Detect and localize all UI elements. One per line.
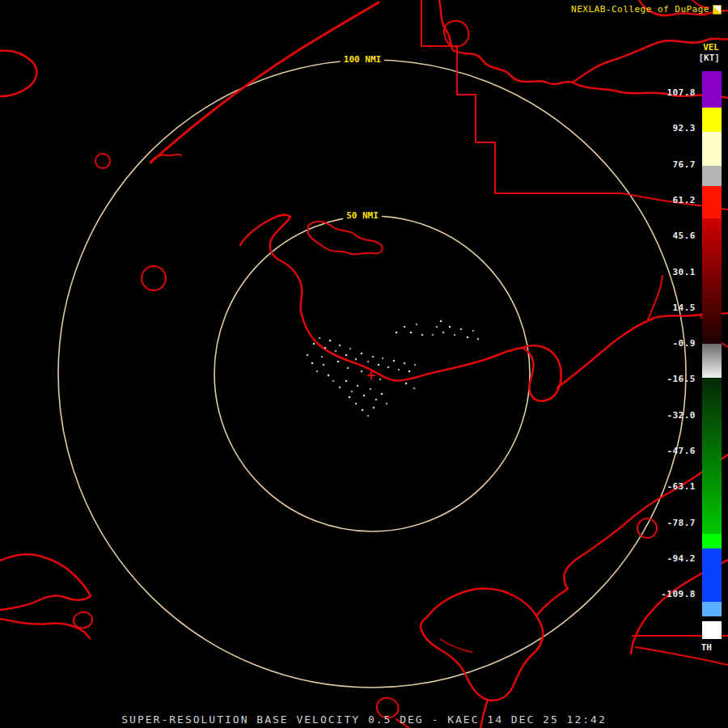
colorbar-tick-label: 76.7: [673, 159, 696, 170]
coastline-path: [421, 589, 543, 700]
cod-logo-icon: [713, 5, 722, 15]
velocity-echo-dot: [349, 396, 351, 399]
velocity-echo-dot: [367, 361, 370, 363]
coastline-path: [421, 0, 728, 210]
colorbar-unit-label: VEL: [703, 42, 719, 53]
colorbar-tick-label: 14.5: [673, 303, 696, 313]
velocity-echo-dot: [355, 358, 358, 361]
colorbar-segment: [702, 602, 722, 616]
colorbar-tick-label: -0.9: [673, 338, 696, 349]
radar-map: [0, 0, 728, 728]
coastline-path: [308, 222, 383, 255]
velocity-echo-dot: [339, 387, 341, 389]
colorbar-segment: [702, 132, 722, 166]
velocity-echo-dot: [404, 362, 406, 365]
velocity-echo-dot: [408, 370, 411, 373]
coastline-path: [648, 276, 662, 320]
range-ring-label: 100 NMI: [341, 54, 384, 65]
radar-display: NEXLAB-College of DuPage VEL [KT] 107.89…: [0, 0, 728, 728]
velocity-echo-dot: [387, 366, 390, 369]
velocity-echo-dot: [328, 375, 330, 377]
velocity-echo-dot: [347, 367, 349, 370]
colorbar-segment: [702, 344, 722, 378]
velocity-echo-dot: [454, 334, 456, 336]
colorbar-segment: [702, 108, 722, 132]
velocity-echo-dot: [345, 354, 348, 357]
velocity-echo-dot: [329, 340, 332, 342]
velocity-echo-dot: [345, 380, 348, 383]
velocity-echo-dot: [414, 364, 417, 366]
colorbar-tick-label: 61.2: [673, 195, 696, 205]
velocity-echo-dot: [413, 387, 416, 390]
velocity-echo-dot: [396, 332, 398, 334]
velocity-echo-dot: [339, 345, 341, 347]
velocity-echo-dot: [361, 370, 363, 373]
velocity-echo-dot: [311, 362, 314, 365]
range-ring-label: 50 NMI: [343, 210, 382, 221]
colorbar-tick-label: 92.3: [673, 123, 696, 133]
velocity-echo-dot: [324, 347, 327, 349]
velocity-echo-dot: [373, 407, 375, 409]
colorbar-segment: [702, 186, 722, 218]
velocity-echo-dot: [386, 403, 388, 405]
map-circle: [95, 154, 110, 168]
velocity-echo-dot: [357, 385, 359, 387]
velocity-echo-dot: [351, 391, 353, 393]
header-title: NEXLAB-College of DuPage: [571, 4, 722, 15]
velocity-echo-dot: [449, 326, 451, 328]
colorbar-tick-label: -109.8: [661, 589, 696, 599]
velocity-echo-dot: [379, 379, 382, 381]
velocity-echo-dot: [323, 364, 325, 366]
velocity-echo-dot: [321, 356, 324, 358]
velocity-echo-dot: [440, 320, 442, 323]
coastline-path: [240, 214, 523, 380]
velocity-echo-dot: [393, 360, 396, 362]
colorbar-segment: [702, 548, 722, 602]
coastline-path: [74, 612, 92, 629]
velocity-echo-dot: [375, 399, 378, 401]
velocity-echo-dot: [337, 361, 340, 363]
velocity-echo-dot: [381, 393, 383, 396]
velocity-echo-dot: [421, 334, 424, 336]
velocity-echo-dot: [477, 338, 480, 341]
coastline-path: [453, 50, 573, 84]
map-circle: [142, 266, 166, 290]
coastline-path: [0, 554, 91, 610]
colorbar-segment: [702, 378, 722, 534]
velocity-echo-dot: [319, 337, 321, 340]
colorbar-tick-label: -32.0: [667, 410, 696, 421]
colorbar-threshold-label: TH: [701, 642, 712, 653]
velocity-echo-dot: [370, 388, 372, 391]
colorbar-tick-label: -94.2: [667, 553, 696, 564]
velocity-echo-dot: [362, 409, 364, 412]
velocity-echo-dot: [307, 354, 309, 357]
velocity-echo-dot: [467, 336, 469, 339]
coastline-path: [150, 2, 379, 163]
velocity-echo-dot: [378, 364, 380, 366]
velocity-echo-dot: [332, 380, 335, 383]
colorbar-tick-label: -47.6: [667, 446, 696, 456]
velocity-echo-dot: [404, 326, 406, 328]
colorbar-segment: [702, 621, 722, 639]
colorbar-unit-sub: [KT]: [699, 53, 721, 63]
velocity-echo-dot: [398, 369, 400, 371]
coastline-path: [0, 51, 36, 96]
velocity-echo-dot: [416, 324, 418, 326]
colorbar-segment: [702, 218, 722, 344]
velocity-echo-dot: [367, 415, 370, 417]
colorbar-segment: [702, 534, 722, 548]
velocity-echo-dot: [361, 353, 363, 355]
velocity-echo-dot: [363, 395, 366, 397]
velocity-echo-dot: [460, 328, 463, 331]
velocity-echo-dot: [472, 330, 475, 332]
coastline-path: [636, 647, 728, 665]
colorbar-segment: [702, 166, 722, 186]
colorbar-tick-label: 30.1: [673, 267, 696, 277]
velocity-echo-dot: [372, 356, 375, 358]
header-title-text: NEXLAB-College of DuPage: [571, 4, 709, 15]
coastline-path: [440, 639, 472, 652]
coastline-path: [150, 154, 181, 163]
colorbar-tick-label: 45.6: [673, 231, 696, 241]
velocity-colorbar: [702, 71, 722, 639]
velocity-echo-dot: [442, 332, 445, 334]
